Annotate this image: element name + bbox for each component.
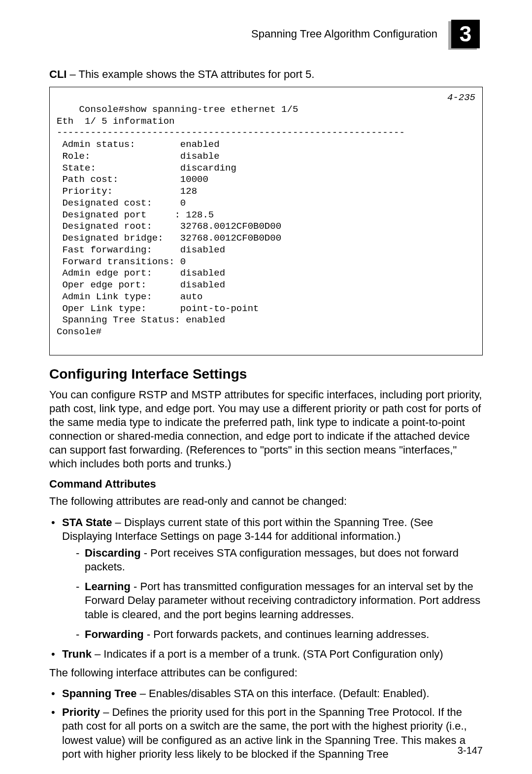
state-discarding-label: Discarding [85,547,141,559]
configurable-intro: The following interface attributes can b… [49,666,483,680]
state-discarding: Discarding - Port receives STA configura… [62,546,483,574]
sta-state-sublist: Discarding - Port receives STA configura… [62,546,483,641]
state-forwarding-label: Forwarding [85,628,144,640]
attr-trunk-label: Trunk [62,648,92,660]
section-body: You can configure RSTP and MSTP attribut… [49,388,483,471]
attr-spanning-tree: Spanning Tree – Enables/disables STA on … [49,687,483,701]
command-attributes-heading: Command Attributes [49,478,483,491]
state-learning-text: - Port has transmitted configuration mes… [85,580,480,620]
attr-sta-state: STA State – Displays current state of th… [49,516,483,641]
header-title: Spanning Tree Algorithm Configuration [251,28,437,40]
attr-trunk-text: – Indicates if a port is a member of a t… [92,648,443,660]
section-title: Configuring Interface Settings [49,366,483,382]
attr-spanning-tree-text: – Enables/disables STA on this interface… [137,687,430,700]
state-learning: Learning - Port has transmitted configur… [62,580,483,621]
chapter-number-badge: 3 [451,20,480,48]
attr-priority: Priority – Defines the priority used for… [49,705,483,761]
configurable-attr-list: Spanning Tree – Enables/disables STA on … [49,687,483,761]
attr-sta-state-text: – Displays current state of this port wi… [62,516,433,542]
cli-intro: CLI – This example shows the STA attribu… [49,68,483,81]
readonly-intro: The following attributes are read-only a… [49,494,483,508]
cli-output-box: 4-235Console#show spanning-tree ethernet… [49,87,483,355]
cli-output-text: Console#show spanning-tree ethernet 1/5 … [57,104,405,337]
attr-spanning-tree-label: Spanning Tree [62,687,137,700]
attr-priority-label: Priority [62,706,100,718]
cli-page-ref: 4-235 [447,92,475,104]
attr-trunk: Trunk – Indicates if a port is a member … [49,647,483,661]
cli-intro-text: – This example shows the STA attributes … [66,68,314,80]
state-forwarding-text: - Port forwards packets, and continues l… [144,628,430,640]
page-number: 3-147 [458,745,483,756]
readonly-attr-list: STA State – Displays current state of th… [49,516,483,661]
state-forwarding: Forwarding - Port forwards packets, and … [62,628,483,641]
page-header: Spanning Tree Algorithm Configuration 3 [49,20,483,48]
cli-label: CLI [49,68,66,80]
state-discarding-text: - Port receives STA configuration messag… [85,547,459,573]
attr-sta-state-label: STA State [62,516,112,528]
state-learning-label: Learning [85,580,131,593]
attr-priority-text: – Defines the priority used for this por… [62,706,467,760]
